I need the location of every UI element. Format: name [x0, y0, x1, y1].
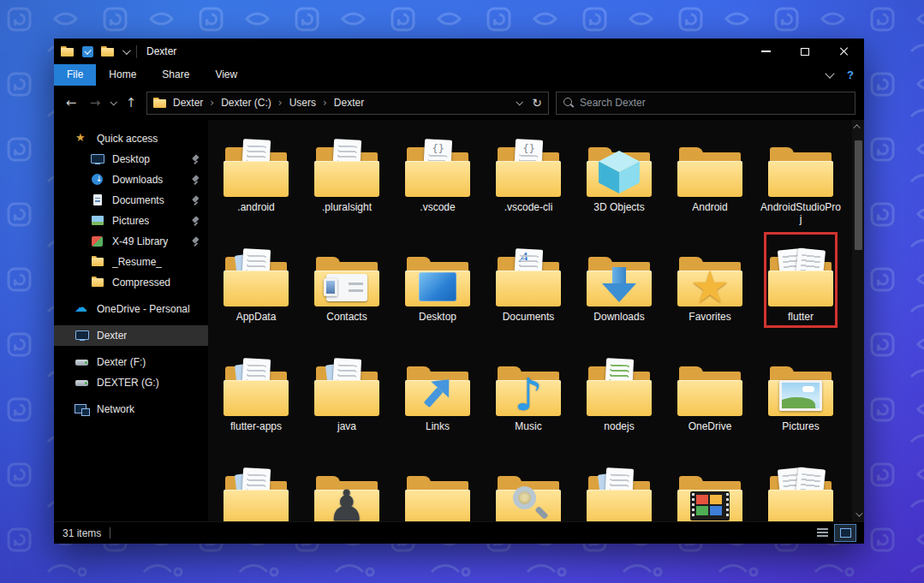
app-folder-icon[interactable]: [61, 46, 75, 57]
thumbnails-view-button[interactable]: [835, 525, 855, 541]
up-icon[interactable]: ↑: [122, 95, 140, 110]
file-item-android[interactable]: .android: [215, 123, 297, 233]
file-item-android[interactable]: Android: [669, 123, 751, 233]
sidebar-item-compressed[interactable]: Compressed: [54, 272, 208, 293]
file-item-links[interactable]: Links: [396, 342, 479, 452]
file-item[interactable]: ♟: [306, 452, 388, 521]
network-icon: [75, 402, 90, 416]
recent-locations-caret-icon[interactable]: [110, 98, 116, 105]
back-icon[interactable]: ←: [63, 95, 80, 110]
forward-icon[interactable]: →: [86, 95, 104, 110]
address-box[interactable]: Dexter›Dexter (C:)›Users›Dexter ↻: [146, 92, 549, 115]
sidebar-item-onedrive-personal[interactable]: OneDrive - Personal: [54, 299, 208, 319]
scroll-down-button[interactable]: [852, 508, 864, 521]
tab-share[interactable]: Share: [149, 64, 202, 86]
sidebar-item-dexter[interactable]: Dexter: [54, 325, 208, 346]
file-label: nodejs: [604, 420, 634, 432]
file-item-pictures[interactable]: Pictures: [760, 342, 842, 452]
sidebar-item-x-49-library[interactable]: X-49 Library: [54, 231, 208, 252]
file-item[interactable]: [396, 452, 479, 521]
sidebar-item-downloads[interactable]: Downloads: [54, 170, 208, 190]
tab-view[interactable]: View: [202, 64, 250, 86]
file-label: Documents: [503, 311, 555, 323]
file-item-vscode[interactable]: {}.vscode: [396, 123, 479, 233]
sidebar-item-pictures[interactable]: Pictures: [54, 211, 208, 231]
file-label: .vscode-cli: [504, 201, 553, 213]
address-dropdown-caret-icon[interactable]: [516, 98, 523, 105]
help-icon[interactable]: ?: [847, 68, 854, 81]
sidebar-item-quick-access[interactable]: Quick access: [54, 128, 208, 149]
file-item-onedrive[interactable]: OneDrive: [669, 342, 751, 452]
location-folder-icon: [153, 98, 167, 109]
breadcrumb-item-dexter[interactable]: Dexter: [334, 97, 364, 109]
pc-icon: [75, 329, 90, 342]
file-label: AndroidStudioProj: [760, 201, 842, 226]
folder-icon: [313, 123, 380, 197]
file-item-favorites[interactable]: ★Favorites: [669, 233, 751, 342]
ribbon-tabs: FileHomeShareView: [54, 64, 250, 86]
file-item-flutter-apps[interactable]: flutter-apps: [215, 342, 297, 452]
scrollbar-track[interactable]: [852, 134, 864, 508]
properties-icon[interactable]: [82, 46, 93, 57]
breadcrumb-item-dexter-c[interactable]: Dexter (C:): [221, 97, 271, 109]
folder-icon: [767, 233, 834, 306]
tab-home[interactable]: Home: [96, 64, 149, 86]
file-item-desktop[interactable]: Desktop: [396, 233, 479, 342]
file-item-music[interactable]: ♪Music: [487, 342, 569, 452]
file-item-appdata[interactable]: AppData: [215, 233, 297, 342]
tab-file[interactable]: File: [54, 64, 96, 86]
file-item[interactable]: [760, 452, 842, 521]
file-item[interactable]: [578, 452, 660, 521]
refresh-icon[interactable]: ↻: [532, 96, 542, 110]
minimize-button[interactable]: [746, 39, 785, 64]
breadcrumb-separator-icon: ›: [210, 97, 214, 109]
customize-toolbar-caret-icon[interactable]: [122, 46, 131, 55]
sidebar-item-dexter-f[interactable]: Dexter (F:): [54, 352, 208, 372]
vertical-scrollbar[interactable]: [852, 120, 864, 521]
window-controls: [746, 39, 864, 64]
new-folder-icon[interactable]: [101, 46, 115, 57]
file-item[interactable]: [669, 452, 751, 521]
details-view-button[interactable]: [812, 525, 832, 541]
sidebar-item-dexter-g[interactable]: DEXTER (G:): [54, 372, 208, 393]
sidebar-item-network[interactable]: Network: [54, 399, 208, 419]
sidebar-item-desktop[interactable]: Desktop: [54, 149, 208, 170]
content-area: .android.pluralsight{}.vscode{}.vscode-c…: [208, 120, 864, 521]
file-item-downloads[interactable]: Downloads: [578, 233, 660, 342]
file-item-flutter[interactable]: flutter: [760, 233, 842, 342]
file-label: Favorites: [689, 311, 730, 323]
file-label: Android: [692, 201, 727, 213]
file-item-3d-objects[interactable]: 3D Objects: [578, 123, 660, 233]
documents-icon: [90, 193, 105, 207]
ribbon-menu: FileHomeShareView ?: [54, 64, 864, 86]
file-item[interactable]: [487, 452, 569, 521]
folder-icon: [677, 452, 743, 521]
search-box[interactable]: [556, 92, 855, 115]
search-input[interactable]: [580, 97, 848, 109]
breadcrumb-item-users[interactable]: Users: [289, 97, 316, 109]
sidebar-item-label: X-49 Library: [112, 235, 168, 247]
file-item-java[interactable]: java: [306, 342, 388, 452]
close-button[interactable]: [825, 39, 864, 64]
window-title: Dexter: [145, 45, 176, 57]
file-item-androidstudioproj[interactable]: AndroidStudioProj: [760, 123, 842, 233]
scroll-up-button[interactable]: [852, 120, 864, 134]
file-item-pluralsight[interactable]: .pluralsight: [306, 123, 388, 233]
sidebar-item-documents[interactable]: Documents: [54, 190, 208, 211]
sidebar-item-resume[interactable]: _Resume_: [54, 252, 208, 272]
sidebar-item-label: Dexter (F:): [97, 356, 146, 368]
folder-icon: [586, 123, 653, 197]
sidebar-item-label: Compressed: [112, 277, 170, 289]
scrollbar-thumb[interactable]: [855, 140, 862, 250]
pin-icon: [191, 217, 200, 226]
file-item-nodejs[interactable]: nodejs: [578, 342, 660, 452]
file-item-vscode-cli[interactable]: {}.vscode-cli: [487, 123, 569, 233]
expand-ribbon-chevron-icon[interactable]: [825, 68, 834, 78]
chevron-up-icon: [853, 124, 860, 131]
file-item[interactable]: [215, 452, 297, 521]
breadcrumb-item-dexter[interactable]: Dexter: [173, 97, 203, 109]
details-view-icon: [817, 528, 828, 538]
file-item-documents[interactable]: ADocuments: [487, 233, 569, 342]
file-item-contacts[interactable]: Contacts: [306, 233, 388, 342]
maximize-button[interactable]: [785, 39, 825, 64]
